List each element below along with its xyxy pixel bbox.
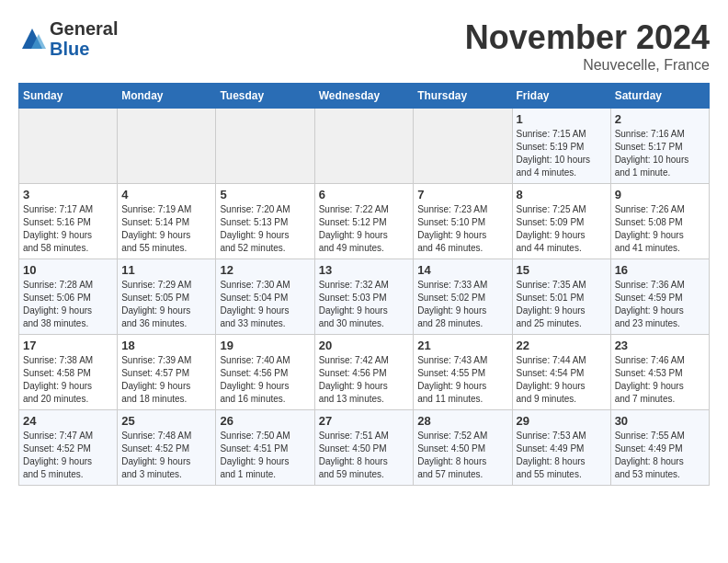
calendar-cell: 24Sunrise: 7:47 AM Sunset: 4:52 PM Dayli…	[19, 410, 118, 486]
day-number: 27	[319, 414, 410, 428]
day-number: 2	[615, 112, 705, 126]
day-number: 29	[517, 414, 607, 428]
day-number: 17	[23, 339, 113, 352]
day-info: Sunrise: 7:35 AM Sunset: 5:01 PM Dayligh…	[517, 279, 607, 330]
month-title: November 2024	[465, 18, 710, 57]
day-info: Sunrise: 7:51 AM Sunset: 4:50 PM Dayligh…	[319, 430, 410, 481]
calendar-cell: 1Sunrise: 7:15 AM Sunset: 5:19 PM Daylig…	[512, 109, 610, 184]
calendar-table: SundayMondayTuesdayWednesdayThursdayFrid…	[18, 83, 710, 486]
header-cell-thursday: Thursday	[414, 84, 512, 109]
calendar-header: SundayMondayTuesdayWednesdayThursdayFrid…	[19, 84, 710, 109]
header-row: SundayMondayTuesdayWednesdayThursdayFrid…	[19, 84, 710, 109]
day-info: Sunrise: 7:26 AM Sunset: 5:08 PM Dayligh…	[615, 203, 705, 255]
day-info: Sunrise: 7:25 AM Sunset: 5:09 PM Dayligh…	[517, 203, 607, 255]
calendar-cell: 11Sunrise: 7:29 AM Sunset: 5:05 PM Dayli…	[118, 259, 216, 335]
week-row-0: 1Sunrise: 7:15 AM Sunset: 5:19 PM Daylig…	[19, 109, 710, 184]
header-cell-friday: Friday	[512, 84, 610, 109]
calendar-cell: 23Sunrise: 7:46 AM Sunset: 4:53 PM Dayli…	[610, 335, 709, 410]
calendar-cell: 22Sunrise: 7:44 AM Sunset: 4:54 PM Dayli…	[512, 335, 610, 410]
day-info: Sunrise: 7:33 AM Sunset: 5:02 PM Dayligh…	[417, 279, 507, 330]
header-cell-tuesday: Tuesday	[216, 84, 314, 109]
day-info: Sunrise: 7:19 AM Sunset: 5:14 PM Dayligh…	[121, 203, 211, 255]
day-number: 19	[220, 339, 310, 352]
day-number: 8	[517, 188, 607, 201]
logo-icon	[18, 25, 46, 52]
calendar-cell: 4Sunrise: 7:19 AM Sunset: 5:14 PM Daylig…	[118, 184, 216, 259]
day-info: Sunrise: 7:39 AM Sunset: 4:57 PM Dayligh…	[121, 354, 211, 406]
calendar-cell: 20Sunrise: 7:42 AM Sunset: 4:56 PM Dayli…	[314, 335, 414, 410]
day-number: 9	[615, 188, 705, 201]
week-row-4: 24Sunrise: 7:47 AM Sunset: 4:52 PM Dayli…	[19, 410, 710, 486]
day-number: 25	[121, 414, 211, 428]
day-number: 1	[517, 112, 607, 126]
day-number: 22	[517, 339, 607, 352]
day-info: Sunrise: 7:52 AM Sunset: 4:50 PM Dayligh…	[417, 430, 507, 481]
calendar-cell: 2Sunrise: 7:16 AM Sunset: 5:17 PM Daylig…	[610, 109, 709, 184]
day-info: Sunrise: 7:38 AM Sunset: 4:58 PM Dayligh…	[23, 354, 113, 406]
calendar-cell: 10Sunrise: 7:28 AM Sunset: 5:06 PM Dayli…	[19, 259, 118, 335]
header-cell-monday: Monday	[118, 84, 216, 109]
calendar-cell: 9Sunrise: 7:26 AM Sunset: 5:08 PM Daylig…	[610, 184, 709, 259]
week-row-3: 17Sunrise: 7:38 AM Sunset: 4:58 PM Dayli…	[19, 335, 710, 410]
day-number: 13	[319, 263, 410, 277]
calendar-cell	[118, 109, 216, 184]
day-number: 18	[121, 339, 211, 352]
calendar-cell: 25Sunrise: 7:48 AM Sunset: 4:52 PM Dayli…	[118, 410, 216, 486]
day-number: 24	[23, 414, 113, 428]
calendar-cell: 17Sunrise: 7:38 AM Sunset: 4:58 PM Dayli…	[19, 335, 118, 410]
calendar-cell: 19Sunrise: 7:40 AM Sunset: 4:56 PM Dayli…	[216, 335, 314, 410]
week-row-1: 3Sunrise: 7:17 AM Sunset: 5:16 PM Daylig…	[19, 184, 710, 259]
logo: General Blue	[18, 18, 118, 59]
day-info: Sunrise: 7:32 AM Sunset: 5:03 PM Dayligh…	[319, 279, 410, 330]
week-row-2: 10Sunrise: 7:28 AM Sunset: 5:06 PM Dayli…	[19, 259, 710, 335]
title-area: November 2024 Neuvecelle, France	[465, 18, 710, 74]
day-info: Sunrise: 7:30 AM Sunset: 5:04 PM Dayligh…	[220, 279, 310, 330]
day-info: Sunrise: 7:20 AM Sunset: 5:13 PM Dayligh…	[220, 203, 310, 255]
calendar-cell: 18Sunrise: 7:39 AM Sunset: 4:57 PM Dayli…	[118, 335, 216, 410]
header: General Blue November 2024 Neuvecelle, F…	[18, 18, 710, 74]
calendar-cell: 8Sunrise: 7:25 AM Sunset: 5:09 PM Daylig…	[512, 184, 610, 259]
calendar-cell: 7Sunrise: 7:23 AM Sunset: 5:10 PM Daylig…	[414, 184, 512, 259]
calendar-cell: 30Sunrise: 7:55 AM Sunset: 4:49 PM Dayli…	[610, 410, 709, 486]
day-number: 7	[417, 188, 507, 201]
calendar-cell: 29Sunrise: 7:53 AM Sunset: 4:49 PM Dayli…	[512, 410, 610, 486]
calendar-cell	[414, 109, 512, 184]
calendar-cell	[216, 109, 314, 184]
day-info: Sunrise: 7:22 AM Sunset: 5:12 PM Dayligh…	[319, 203, 410, 255]
day-info: Sunrise: 7:46 AM Sunset: 4:53 PM Dayligh…	[615, 354, 705, 406]
day-number: 15	[517, 263, 607, 277]
calendar-cell: 27Sunrise: 7:51 AM Sunset: 4:50 PM Dayli…	[314, 410, 414, 486]
day-info: Sunrise: 7:44 AM Sunset: 4:54 PM Dayligh…	[517, 354, 607, 406]
day-number: 12	[220, 263, 310, 277]
day-number: 21	[417, 339, 507, 352]
calendar-cell: 26Sunrise: 7:50 AM Sunset: 4:51 PM Dayli…	[216, 410, 314, 486]
logo-general: General	[50, 18, 118, 39]
calendar-cell: 3Sunrise: 7:17 AM Sunset: 5:16 PM Daylig…	[19, 184, 118, 259]
calendar-cell: 14Sunrise: 7:33 AM Sunset: 5:02 PM Dayli…	[414, 259, 512, 335]
location: Neuvecelle, France	[465, 57, 710, 74]
day-number: 16	[615, 263, 705, 277]
calendar-body: 1Sunrise: 7:15 AM Sunset: 5:19 PM Daylig…	[19, 109, 710, 486]
calendar-cell: 12Sunrise: 7:30 AM Sunset: 5:04 PM Dayli…	[216, 259, 314, 335]
calendar-cell: 13Sunrise: 7:32 AM Sunset: 5:03 PM Dayli…	[314, 259, 414, 335]
day-info: Sunrise: 7:15 AM Sunset: 5:19 PM Dayligh…	[517, 128, 607, 179]
day-number: 28	[417, 414, 507, 428]
day-info: Sunrise: 7:36 AM Sunset: 4:59 PM Dayligh…	[615, 279, 705, 330]
day-number: 5	[220, 188, 310, 201]
day-info: Sunrise: 7:42 AM Sunset: 4:56 PM Dayligh…	[319, 354, 410, 406]
day-info: Sunrise: 7:55 AM Sunset: 4:49 PM Dayligh…	[615, 430, 705, 481]
day-info: Sunrise: 7:29 AM Sunset: 5:05 PM Dayligh…	[121, 279, 211, 330]
calendar-cell: 28Sunrise: 7:52 AM Sunset: 4:50 PM Dayli…	[414, 410, 512, 486]
day-info: Sunrise: 7:48 AM Sunset: 4:52 PM Dayligh…	[121, 430, 211, 481]
calendar-cell	[19, 109, 118, 184]
calendar-cell	[314, 109, 414, 184]
day-number: 26	[220, 414, 310, 428]
calendar-cell: 15Sunrise: 7:35 AM Sunset: 5:01 PM Dayli…	[512, 259, 610, 335]
day-number: 11	[121, 263, 211, 277]
day-number: 14	[417, 263, 507, 277]
logo-text: General Blue	[50, 18, 118, 59]
day-info: Sunrise: 7:16 AM Sunset: 5:17 PM Dayligh…	[615, 128, 705, 179]
day-number: 30	[615, 414, 705, 428]
header-cell-sunday: Sunday	[19, 84, 118, 109]
calendar-cell: 16Sunrise: 7:36 AM Sunset: 4:59 PM Dayli…	[610, 259, 709, 335]
